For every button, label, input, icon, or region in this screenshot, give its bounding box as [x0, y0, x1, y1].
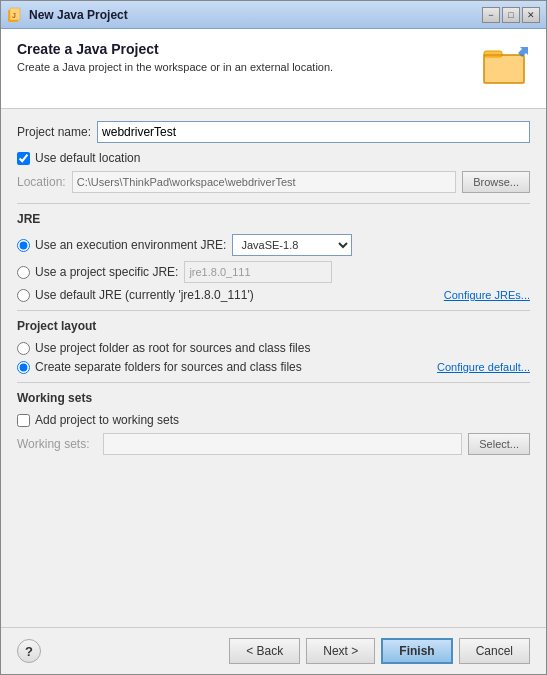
jre-option1-row: Use an execution environment JRE: JavaSE…	[17, 234, 530, 256]
layout-option1-radio[interactable]	[17, 342, 30, 355]
layout-option2-row: Create separate folders for sources and …	[17, 360, 530, 374]
location-input[interactable]	[72, 171, 456, 193]
jre-option3-radio[interactable]	[17, 289, 30, 302]
working-sets-select-button[interactable]: Select...	[468, 433, 530, 455]
configure-default-link[interactable]: Configure default...	[437, 361, 530, 373]
jre-divider	[17, 203, 530, 204]
use-default-location-row: Use default location	[17, 151, 530, 165]
layout-section-title: Project layout	[17, 319, 530, 333]
window-title: New Java Project	[29, 8, 128, 22]
working-sets-input[interactable]	[103, 433, 462, 455]
working-sets-divider	[17, 382, 530, 383]
title-buttons: − □ ✕	[482, 7, 540, 23]
title-bar-left: J New Java Project	[7, 7, 128, 23]
jre-option3-row: Use default JRE (currently 'jre1.8.0_111…	[17, 288, 530, 302]
svg-rect-3	[484, 55, 524, 83]
header-folder-icon	[482, 41, 530, 89]
svg-rect-4	[484, 51, 502, 57]
jre-option3-label[interactable]: Use default JRE (currently 'jre1.8.0_111…	[35, 288, 444, 302]
add-working-sets-label[interactable]: Add project to working sets	[35, 413, 179, 427]
jre-specific-input	[184, 261, 332, 283]
location-row: Location: Browse...	[17, 171, 530, 193]
content-area: Project name: Use default location Locat…	[1, 109, 546, 627]
main-window: J New Java Project − □ ✕ Create a Java P…	[0, 0, 547, 675]
location-label: Location:	[17, 175, 66, 189]
jre-option2-radio[interactable]	[17, 266, 30, 279]
project-name-label: Project name:	[17, 125, 91, 139]
layout-option2-label[interactable]: Create separate folders for sources and …	[35, 360, 437, 374]
help-button[interactable]: ?	[17, 639, 41, 663]
layout-option2-radio[interactable]	[17, 361, 30, 374]
jre-section-title: JRE	[17, 212, 530, 226]
jre-option1-label[interactable]: Use an execution environment JRE:	[35, 238, 226, 252]
add-working-sets-checkbox[interactable]	[17, 414, 30, 427]
jre-option2-row: Use a project specific JRE:	[17, 261, 530, 283]
header-description: Create a Java project in the workspace o…	[17, 61, 333, 73]
header-title: Create a Java Project	[17, 41, 333, 57]
minimize-button[interactable]: −	[482, 7, 500, 23]
configure-jres-link[interactable]: Configure JREs...	[444, 289, 530, 301]
project-name-input[interactable]	[97, 121, 530, 143]
footer-buttons: < Back Next > Finish Cancel	[229, 638, 530, 664]
add-working-sets-row: Add project to working sets	[17, 413, 530, 427]
jre-option2-label[interactable]: Use a project specific JRE:	[35, 265, 178, 279]
svg-text:J: J	[12, 12, 16, 19]
use-default-checkbox[interactable]	[17, 152, 30, 165]
layout-divider	[17, 310, 530, 311]
footer-panel: ? < Back Next > Finish Cancel	[1, 627, 546, 674]
layout-option1-label[interactable]: Use project folder as root for sources a…	[35, 341, 310, 355]
working-sets-section-title: Working sets	[17, 391, 530, 405]
close-button[interactable]: ✕	[522, 7, 540, 23]
project-name-row: Project name:	[17, 121, 530, 143]
maximize-button[interactable]: □	[502, 7, 520, 23]
working-sets-input-row: Working sets: Select...	[17, 433, 530, 455]
jre-environment-select[interactable]: JavaSE-1.8	[232, 234, 352, 256]
jre-option1-radio[interactable]	[17, 239, 30, 252]
next-button[interactable]: Next >	[306, 638, 375, 664]
working-sets-label: Working sets:	[17, 437, 97, 451]
title-bar: J New Java Project − □ ✕	[1, 1, 546, 29]
browse-button[interactable]: Browse...	[462, 171, 530, 193]
window-icon: J	[7, 7, 23, 23]
header-panel: Create a Java Project Create a Java proj…	[1, 29, 546, 109]
finish-button[interactable]: Finish	[381, 638, 452, 664]
header-text: Create a Java Project Create a Java proj…	[17, 41, 333, 73]
layout-option1-row: Use project folder as root for sources a…	[17, 341, 530, 355]
back-button[interactable]: < Back	[229, 638, 300, 664]
use-default-label[interactable]: Use default location	[35, 151, 140, 165]
cancel-button[interactable]: Cancel	[459, 638, 530, 664]
